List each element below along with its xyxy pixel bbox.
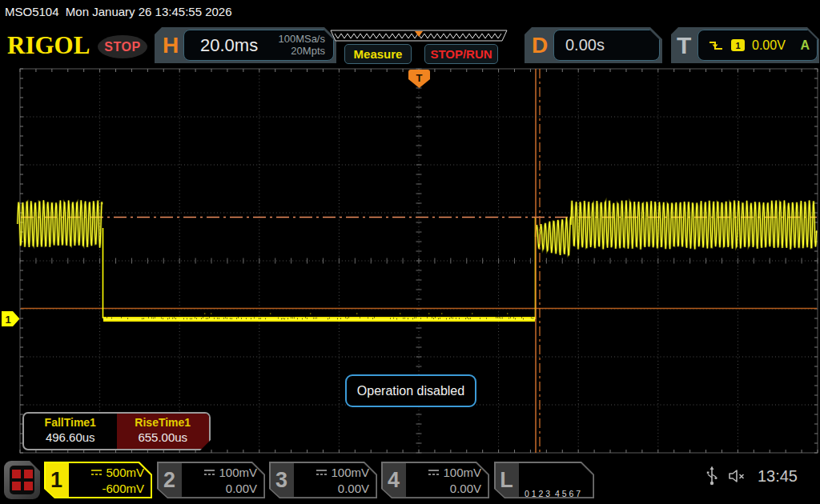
dc-coupling-icon	[428, 469, 440, 476]
trigger-source-badge: 1	[731, 39, 745, 51]
measure-button[interactable]: Measure	[344, 44, 412, 64]
channel1-number: 1	[44, 462, 69, 498]
falling-edge-icon	[708, 39, 724, 52]
measurement-name: FallTime1	[24, 416, 117, 429]
menu-grid-icon	[10, 466, 34, 494]
measurement-value: 655.00us	[117, 430, 210, 444]
title-bar: MSO5104 Mon January 26 13:45:55 2026	[0, 0, 820, 24]
oscilloscope-screen: MSO5104 Mon January 26 13:45:55 2026 RIG…	[0, 0, 820, 504]
stop-run-button-label: STOP/RUN	[430, 47, 492, 61]
channel2-tab[interactable]: 2 100mV 0.00V	[157, 462, 265, 498]
channel4-tab[interactable]: 4 100mV 0.00V	[381, 462, 489, 498]
menu-button[interactable]	[4, 461, 40, 499]
trigger-panel: 1 0.00V A	[697, 30, 818, 61]
channel2-scale: 100mV	[219, 466, 257, 479]
timebase-value: 20.0ms	[200, 30, 258, 60]
channel3-number: 3	[269, 462, 294, 498]
horizontal-settings[interactable]: H 20.0ms 100MSa/s 20Mpts	[155, 27, 336, 63]
status-icons: 13:45	[706, 466, 798, 486]
channel1-tab[interactable]: 1 500mV -600mV	[44, 462, 152, 498]
measurement-risetime[interactable]: RiseTime1 655.00us	[117, 414, 210, 449]
sound-muted-icon[interactable]	[727, 468, 748, 484]
channel1-offset: -600mV	[69, 481, 144, 497]
usb-icon	[706, 466, 718, 486]
acquisition-state-badge[interactable]: STOP	[98, 35, 147, 58]
measurement-value: 496.60us	[24, 430, 117, 444]
trigger-mode-auto: A	[800, 38, 810, 53]
channel3-offset: 0.00V	[294, 481, 369, 497]
dc-coupling-icon	[90, 469, 102, 476]
delay-panel: 0.00s	[553, 30, 660, 61]
trigger-level-value: 0.00V	[752, 38, 786, 53]
delay-label: D	[532, 27, 548, 63]
channel2-number: 2	[157, 462, 182, 498]
trigger-label: T	[677, 27, 691, 63]
channel3-tab[interactable]: 3 100mV 0.00V	[269, 462, 377, 498]
dc-coupling-icon	[316, 469, 328, 476]
header-bar: RIGOL STOP H 20.0ms 100MSa/s 20Mpts Meas…	[0, 25, 820, 64]
trigger-position-marker[interactable]: T	[408, 70, 430, 88]
channel4-scale: 100mV	[443, 466, 481, 479]
stop-run-button[interactable]: STOP/RUN	[424, 44, 498, 64]
delay-value: 0.00s	[565, 30, 605, 60]
measurement-panel[interactable]: FallTime1 496.60us RiseTime1 655.00us	[22, 412, 211, 450]
svg-text:T: T	[416, 72, 423, 84]
measurement-name: RiseTime1	[117, 416, 210, 429]
measurement-falltime[interactable]: FallTime1 496.60us	[24, 414, 117, 449]
toast-text: Operation disabled	[357, 384, 464, 398]
rigol-logo: RIGOL	[7, 31, 90, 61]
measure-button-label: Measure	[354, 47, 403, 61]
svg-text:1: 1	[5, 314, 10, 326]
channel1-scale: 500mV	[106, 466, 144, 479]
memory-depth: 20Mpts	[278, 45, 325, 57]
horizontal-label: H	[163, 27, 179, 63]
model-and-datetime: MSO5104 Mon January 26 13:45:55 2026	[5, 5, 232, 18]
channel-status-bar: 1 500mV -600mV 2 100mV 0.00V 3 100mV 0.0…	[0, 458, 820, 504]
waveform-overview-strip[interactable]	[330, 30, 508, 42]
channel3-scale: 100mV	[331, 466, 369, 479]
logic-label: L	[494, 462, 519, 498]
channel2-offset: 0.00V	[182, 481, 257, 497]
clock: 13:45	[758, 467, 798, 486]
sample-rate-readout: 100MSa/s 20Mpts	[278, 33, 325, 57]
delay-settings[interactable]: D 0.00s	[525, 27, 662, 63]
channel4-number: 4	[381, 462, 406, 498]
channel1-position-marker[interactable]: 1	[2, 311, 20, 326]
sample-rate: 100MSa/s	[278, 33, 325, 45]
operation-disabled-toast: Operation disabled	[345, 374, 476, 407]
channel4-offset: 0.00V	[406, 481, 481, 497]
trigger-settings[interactable]: T 1 0.00V A	[671, 27, 819, 63]
horizontal-panel: 20.0ms 100MSa/s 20Mpts	[183, 30, 334, 61]
dc-coupling-icon	[203, 469, 215, 476]
display-markers[interactable]: T1	[2, 70, 430, 326]
logic-channels-tab[interactable]: L 0 1 2 3 4 5 6 7 8 9 1011 12131415	[494, 462, 594, 498]
